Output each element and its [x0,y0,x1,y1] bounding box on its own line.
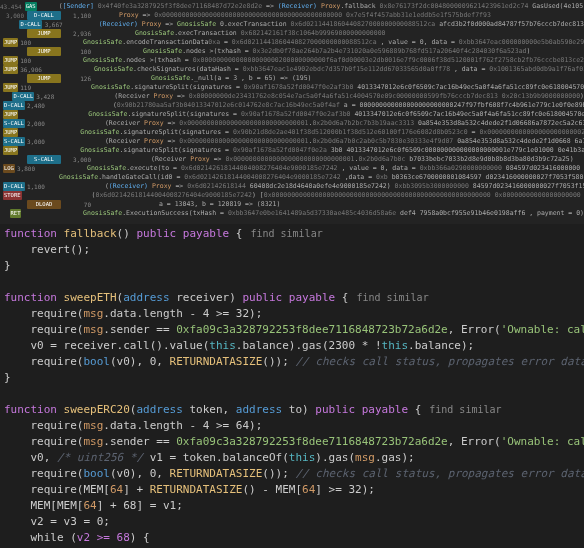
trace-row[interactable]: GnosisSafe.handleGateCall(id0 = 0x6d0214… [0,173,584,182]
trace-row[interactable]: S-CALL2,000(Receiver Proxy => 0x00000000… [0,119,584,128]
trace-row[interactable]: S-CALL3,000(Receiver Proxy => 0x00000000… [0,155,584,164]
trace-row[interactable]: D-CALL3,667(Receiver) Proxy => GnosisSaf… [0,20,584,29]
kw: function [4,227,64,240]
trace-row[interactable]: LOG3,800GnosisSafe.execute(to = 0x6d0214… [0,164,584,173]
decompiled-code: function fallback() public payable {find… [0,224,584,548]
trace-row[interactable]: D-CALL1,100((Receiver) Proxy => 0x6d0214… [0,182,584,191]
find-similar-link[interactable]: find similar [250,228,322,239]
trace-row[interactable]: JUMP36,906GnosisSafe.checkSignatures(dat… [0,65,584,74]
trace-row[interactable]: JUMP126GnosisSafe._null(a = 3 , b = 65) … [0,74,584,83]
trace-row[interactable]: JUMPGnosisSafe.signatureSplit(signatures… [0,110,584,119]
trace-row[interactable]: D-CALL3,428(Receiver Proxy => 0x00000000… [0,92,584,101]
trace-row[interactable]: DLOAD70a = 13043, b = 120819 => (8321) [0,200,584,209]
trace-row[interactable]: D-CALL2,480(0x90b21780aa5af3b04013347012… [0,101,584,110]
trace-row[interactable]: JUMP100GnosisSafe.encodeTransactionData0… [0,38,584,47]
trace-row[interactable]: JUMP100GnosisSafe.nodes >(txhash = 0x3e2… [0,47,584,56]
trace-row[interactable]: JUMPGnosisSafe.signatureSplit(signatures… [0,128,584,137]
trace-row[interactable]: JUMP100GnosisSafe.nodes >(txhash = 0x000… [0,56,584,65]
trace-row[interactable]: JUMPGnosisSafe.signatureSplit(signatures… [0,146,584,155]
trace-row[interactable]: 3,000D-CALL1,100Proxy => 0x0000000000000… [0,11,584,20]
find-similar-link[interactable]: find similar [356,292,428,303]
trace-row[interactable]: S-CALL3,000(Receiver Proxy => 0x00000000… [0,137,584,146]
call-trace: 43.454GAS([Sender] 0x4f40fe3a3287925f3f8… [0,0,584,224]
trace-row[interactable]: STORE(0x6d02142618144004008276404e900018… [0,191,584,200]
trace-row[interactable]: 43.454GAS([Sender] 0x4f40fe3a3287925f3f8… [0,2,584,11]
find-similar-link[interactable]: find similar [429,404,501,415]
trace-row[interactable]: JUMP119GnosisSafe.signatureSplit(signatu… [0,83,584,92]
trace-row[interactable]: RETGnosisSafe.ExecutionSuccess(txHash = … [0,209,584,218]
trace-row[interactable]: JUMP2,936GnosisSafe.execTransaction 0x68… [0,29,584,38]
